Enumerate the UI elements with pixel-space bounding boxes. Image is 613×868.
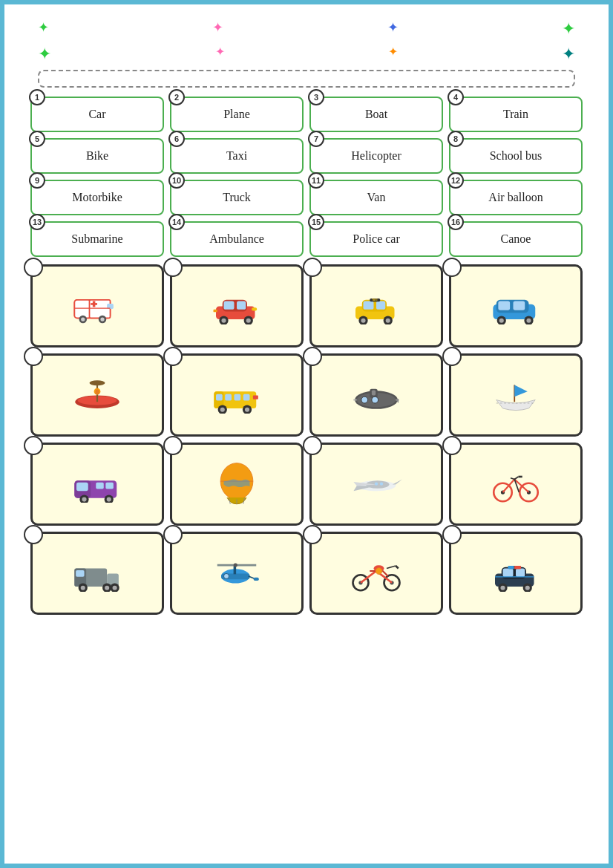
star-mr2: ✦ (562, 45, 575, 64)
word-num-10: 10 (168, 172, 185, 189)
svg-point-16 (221, 319, 226, 323)
word-num-7: 7 (308, 131, 324, 147)
pic-circle-6[interactable] (163, 347, 183, 366)
svg-point-101 (81, 586, 85, 590)
svg-point-8 (100, 317, 104, 321)
pic-circle-16[interactable] (442, 525, 462, 544)
pic-circle-4[interactable] (442, 258, 462, 277)
pic-cell-10 (170, 443, 304, 526)
pic-image-12 (457, 451, 574, 518)
word-num-16: 16 (448, 214, 464, 230)
word-cell-5: 5 Bike (30, 138, 164, 174)
svg-rect-24 (376, 301, 385, 309)
top-stars-row: ✦ ✦ ✦ ✦ (23, 19, 590, 39)
pic-cell-11 (309, 443, 443, 526)
star-ml2: ✦ (215, 45, 225, 64)
svg-point-38 (526, 319, 531, 323)
pic-image-16 (457, 540, 574, 607)
pic-image-5 (39, 362, 156, 428)
pic-circle-10[interactable] (163, 436, 183, 455)
svg-point-129 (525, 586, 530, 590)
pictures-grid-1: TAXI (30, 264, 583, 347)
svg-rect-2 (90, 299, 111, 318)
word-label-14: Ambulance (209, 232, 264, 246)
word-num-9: 9 (29, 172, 45, 189)
word-cell-9: 9 Motorbike (30, 180, 164, 215)
word-cell-2: 2 Plane (170, 97, 304, 132)
word-cell-1: 1 Car (30, 97, 164, 132)
pic-cell-1 (30, 264, 164, 347)
word-cell-3: 3 Boat (309, 97, 443, 132)
svg-line-120 (396, 566, 399, 569)
pic-circle-12[interactable] (442, 436, 462, 455)
svg-rect-48 (225, 394, 232, 401)
svg-point-75 (107, 497, 111, 502)
star-tc: ✦ (212, 19, 223, 39)
svg-point-42 (90, 380, 105, 385)
word-num-12: 12 (448, 172, 464, 189)
svg-rect-47 (216, 394, 223, 401)
pic-circle-13[interactable] (24, 525, 43, 544)
svg-point-60 (361, 397, 368, 403)
pic-circle-9[interactable] (24, 436, 43, 455)
svg-point-54 (245, 408, 249, 412)
word-num-1: 1 (29, 89, 45, 105)
pic-image-10 (178, 451, 295, 518)
pic-image-15 (318, 540, 435, 607)
pic-circle-7[interactable] (303, 347, 322, 366)
svg-point-28 (386, 319, 390, 323)
svg-rect-55 (253, 395, 258, 399)
pic-cell-9 (30, 443, 164, 526)
word-num-6: 6 (168, 131, 185, 147)
word-label-5: Bike (86, 149, 108, 163)
pic-circle-14[interactable] (163, 525, 183, 544)
pic-cell-15 (309, 532, 443, 615)
svg-marker-65 (514, 385, 528, 397)
svg-rect-124 (503, 568, 514, 576)
pic-cell-12 (449, 443, 583, 526)
pic-image-14 (178, 540, 295, 607)
word-num-13: 13 (29, 214, 45, 230)
svg-point-73 (82, 497, 86, 502)
word-label-1: Car (88, 108, 105, 121)
pic-circle-3[interactable] (303, 258, 322, 277)
word-label-12: Air balloon (488, 191, 542, 204)
svg-rect-132 (514, 566, 521, 569)
word-label-2: Plane (223, 108, 250, 121)
pic-circle-11[interactable] (303, 436, 322, 455)
pic-image-4 (457, 273, 574, 339)
svg-rect-70 (96, 483, 104, 489)
word-cell-13: 13 Submarine (30, 221, 164, 257)
svg-line-93 (514, 477, 518, 480)
word-num-15: 15 (308, 214, 324, 230)
word-label-6: Taxi (226, 149, 247, 163)
pic-cell-2 (170, 264, 304, 347)
svg-point-87 (380, 482, 383, 485)
pic-circle-8[interactable] (442, 347, 462, 366)
word-label-3: Boat (365, 108, 387, 121)
pic-circle-1[interactable] (24, 258, 43, 277)
instructions-box (38, 70, 575, 88)
svg-rect-59 (372, 390, 376, 395)
word-cell-11: 11 Van (309, 180, 443, 215)
svg-point-105 (113, 586, 117, 590)
svg-rect-33 (498, 301, 510, 310)
pic-circle-15[interactable] (303, 525, 322, 544)
pic-circle-2[interactable] (163, 258, 183, 277)
pictures-grid-3 (30, 443, 583, 526)
word-cell-10: 10 Truck (170, 180, 304, 215)
pic-image-7 (318, 362, 435, 428)
svg-point-26 (361, 319, 365, 323)
svg-line-119 (387, 566, 396, 569)
svg-point-127 (500, 586, 505, 590)
pic-cell-16 (449, 532, 583, 615)
svg-point-103 (105, 586, 109, 590)
svg-rect-69 (76, 483, 88, 491)
word-num-8: 8 (448, 131, 464, 147)
svg-rect-131 (508, 566, 514, 569)
svg-rect-34 (514, 301, 525, 310)
pictures-grid-2 (30, 353, 583, 437)
pic-circle-5[interactable] (24, 347, 43, 366)
word-label-7: Helicopter (351, 149, 401, 163)
word-label-16: Canoe (501, 232, 531, 246)
